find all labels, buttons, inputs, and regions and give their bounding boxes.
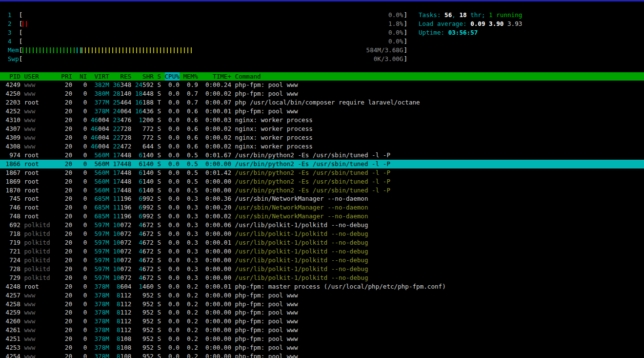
- load-average-meter: Load average: 0.09 3.90 3.93: [419, 20, 522, 28]
- meter-close-bracket: ]: [403, 11, 407, 20]
- cell-cpu: 0.0: [165, 212, 180, 221]
- process-row[interactable]: 2203root200377M2546416188T0.00.70:00.07p…: [0, 98, 644, 107]
- cell-mem: 0.3: [183, 203, 198, 212]
- cell-res: 10072: [113, 221, 131, 230]
- column-header-mem[interactable]: MEM%: [183, 72, 198, 81]
- cell-shr: 4672: [135, 256, 154, 265]
- mem-value-rest: 448: [121, 151, 132, 159]
- mem-value-rest: 196: [121, 212, 132, 220]
- process-row[interactable]: 4307www2004600422728772S0.00.60:00.02ngi…: [0, 125, 644, 133]
- cell-time: 0:00.02: [201, 212, 231, 221]
- mem-value-megabytes: 378M: [94, 292, 109, 299]
- process-row[interactable]: 4259www200378M8112952S0.00.20:00.00php-f…: [0, 308, 644, 317]
- cell-time: 0:00.00: [201, 160, 231, 168]
- cell-virt: 560M: [91, 186, 109, 195]
- cell-virt: 382M: [91, 81, 109, 89]
- cell-virt: 378M: [91, 308, 109, 317]
- cell-s: S: [157, 186, 161, 195]
- process-row[interactable]: 1870root200560M174486140S0.00.50:00.00/u…: [0, 186, 644, 195]
- cell-s: T: [157, 98, 161, 107]
- process-row[interactable]: 4310www20046004234761200S0.00.60:00.03ng…: [0, 116, 644, 125]
- column-header-pri[interactable]: PRI: [61, 72, 72, 81]
- cell-shr: 24592: [135, 81, 154, 89]
- process-row[interactable]: 4261www200378M8112952S0.00.20:00.00php-f…: [0, 326, 644, 335]
- cell-virt: 597M: [91, 274, 109, 282]
- process-row[interactable]: 4254www200378M8108952S0.00.20:00.00php-f…: [0, 352, 644, 358]
- process-row[interactable]: 4258www200378M8112952S0.00.20:00.00php-f…: [0, 300, 644, 309]
- cell-cpu: 0.0: [165, 203, 180, 212]
- process-row[interactable]: 4249www200382M3634824592S0.00.90:00.24ph…: [0, 81, 644, 89]
- cell-res: 11196: [113, 203, 131, 212]
- column-header-user[interactable]: USER: [24, 72, 57, 81]
- column-header-shr[interactable]: SHR: [135, 72, 154, 81]
- mem-value-thousands: 17: [113, 187, 120, 194]
- cell-cmd: php /usr/local/bin/composer require lara…: [235, 98, 644, 107]
- cell-res: 17448: [113, 177, 131, 186]
- column-header-s[interactable]: S: [157, 72, 161, 81]
- meter-open-bracket: [: [19, 11, 23, 20]
- mem-value-rest: 072: [121, 239, 132, 246]
- process-row[interactable]: 4260www200378M8112952S0.00.20:00.00php-f…: [0, 317, 644, 326]
- cell-ni: 0: [76, 300, 87, 309]
- process-row[interactable]: 4250www200380M2814018448S0.00.70:00.02ph…: [0, 89, 644, 98]
- process-row[interactable]: 748root200685M111966992S0.00.30:00.02/us…: [0, 212, 644, 221]
- cell-pid: 2203: [2, 98, 20, 107]
- cell-time: 0:00.01: [201, 282, 231, 291]
- column-header-pid[interactable]: PID: [2, 72, 20, 81]
- process-row[interactable]: 1867root200560M174486140S0.00.50:01.42/u…: [0, 168, 644, 177]
- column-header-command[interactable]: Command: [235, 72, 644, 81]
- process-row[interactable]: 4248root200378M86041460S0.00.20:00.01php…: [0, 282, 644, 291]
- tasks-part: 1: [489, 11, 493, 19]
- column-header-res[interactable]: RES: [113, 72, 131, 81]
- mem-value-thousands: 10: [113, 239, 120, 246]
- process-row[interactable]: 721polkitd200597M100724672S0.00.30:00.00…: [0, 247, 644, 256]
- mem-value-rest: 140: [142, 160, 154, 168]
- process-row[interactable]: 4251www200378M8108952S0.00.20:00.00php-f…: [0, 335, 644, 343]
- process-row[interactable]: 718polkitd200597M100724672S0.00.30:00.00…: [0, 230, 644, 238]
- process-row[interactable]: 4257www200378M8112952S0.00.20:00.00php-f…: [0, 291, 644, 300]
- cell-cpu: 0.0: [165, 168, 180, 177]
- cell-res: 17448: [113, 168, 131, 177]
- column-header-ni[interactable]: NI: [76, 72, 87, 81]
- process-row[interactable]: 719polkitd200597M100724672S0.00.30:00.01…: [0, 238, 644, 247]
- process-row[interactable]: 728polkitd200597M100724672S0.00.30:00.00…: [0, 265, 644, 274]
- cell-shr: 952: [135, 326, 154, 335]
- cell-pri: 20: [61, 81, 72, 89]
- mem-value-thousands: 1: [139, 283, 142, 290]
- process-row[interactable]: 745root200685M111966992S0.00.30:00.36/us…: [0, 194, 644, 203]
- column-header-cpu[interactable]: CPU%: [165, 72, 180, 81]
- cpu1-meter-label: 1: [8, 11, 19, 20]
- cell-cmd: php-fpm: pool www: [235, 81, 644, 89]
- column-header-time[interactable]: TIME+: [201, 72, 231, 81]
- cell-ni: 0: [76, 308, 87, 317]
- process-row[interactable]: 4308www2004600422472644S0.00.60:00.02ngi…: [0, 142, 644, 151]
- column-header-virt[interactable]: VIRT: [91, 72, 109, 81]
- process-row[interactable]: 4252www200378M2406416436S0.00.60:00.01ph…: [0, 107, 644, 116]
- process-row[interactable]: 1866root200560M174486140S0.00.50:00.00/u…: [0, 160, 644, 168]
- process-row[interactable]: 974root200560M174486140S0.00.50:01.67/us…: [0, 151, 644, 160]
- process-row[interactable]: 1869root200560M174486140S0.00.50:00.00/u…: [0, 177, 644, 186]
- mem-value-megabytes: 560M: [94, 187, 109, 194]
- mem-value-megabytes: 560M: [94, 169, 109, 176]
- cell-time: 0:00.00: [201, 300, 231, 309]
- mem-value-thousands: 6: [139, 178, 142, 185]
- cell-mem: 0.2: [183, 291, 198, 300]
- cell-pid: 1867: [2, 168, 20, 177]
- process-row[interactable]: 729polkitd200597M100724672S0.00.30:00.00…: [0, 274, 644, 282]
- process-row[interactable]: 692polkitd200597M100724672S0.00.30:00.06…: [0, 221, 644, 230]
- cell-pid: 1866: [2, 160, 20, 168]
- process-row[interactable]: 4253www200378M8108952S0.00.20:00.00php-f…: [0, 343, 644, 352]
- cell-pid: 974: [2, 151, 20, 160]
- cell-virt: 597M: [91, 256, 109, 265]
- cell-cmd: /usr/lib/polkit-1/polkitd --no-debug: [235, 230, 644, 238]
- cell-user: root: [24, 282, 57, 291]
- process-row[interactable]: 724polkitd200597M100724672S0.00.30:00.00…: [0, 256, 644, 265]
- cell-pid: 4261: [2, 326, 20, 335]
- process-row[interactable]: 4309www2004600422728772S0.00.60:00.02ngi…: [0, 133, 644, 142]
- cell-pri: 20: [61, 282, 72, 291]
- swp-meter-value: 0K/3.00G: [374, 55, 403, 63]
- mem-value-thousands: 6: [139, 160, 142, 168]
- cell-res: 24064: [113, 107, 131, 116]
- cell-pid: 724: [2, 256, 20, 265]
- process-row[interactable]: 746root200685M111966992S0.00.30:00.20/us…: [0, 203, 644, 212]
